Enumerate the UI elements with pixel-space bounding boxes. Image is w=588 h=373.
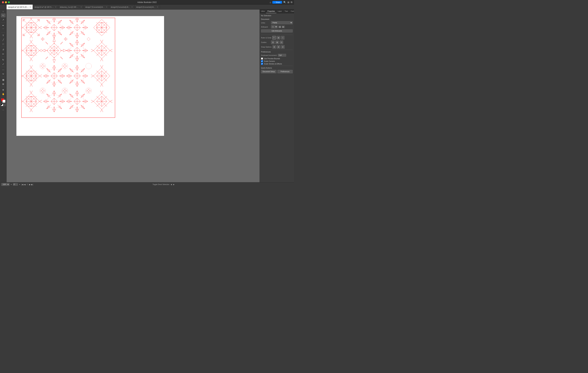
ruler-grids-label: Ruler & Grids [261,37,271,39]
tab-close-icon[interactable]: ✕ [106,6,107,8]
blend2-tool[interactable]: ⊞ [1,82,6,86]
tab-transform[interactable]: Tran [283,10,289,13]
tab-libra[interactable]: Libra [260,10,266,13]
grid-icon-btn[interactable]: ⊞ [277,36,280,40]
default-colors[interactable] [1,104,3,106]
title-bar-actions: ⌂ ↑ Share 🔍 ⊞ ⧉ [270,1,292,4]
tab-close-icon[interactable]: ✕ [81,6,82,8]
document-section-title: Document [261,18,293,20]
grid-view-icon[interactable]: ⊞ [287,1,289,4]
rectangle-tool[interactable]: □ [1,42,6,46]
guides-show-btn[interactable]: ⊟ [271,41,275,44]
snap-point-btn[interactable]: ⊕ [273,45,276,49]
search-icon[interactable]: 🔍 [283,1,286,4]
direct-selection-tool[interactable]: ↗ [1,18,6,22]
gradient-tool[interactable]: ▦ [1,78,6,82]
more-tools[interactable]: ··· [1,108,6,112]
line-tool[interactable]: ╱ [1,38,6,42]
tab-label: design9 [Converted].AI* @ 50 % (RGB... [136,6,156,8]
rotate-dropdown-arrow: ▾ [19,184,20,185]
tab-layer[interactable]: Layer [276,10,283,13]
snap-grid-icon: ⊗ [278,46,279,48]
pen-tool[interactable]: ✒ [1,23,6,27]
tab-component[interactable]: Com [289,10,294,13]
guides-show-icon: ⊟ [272,41,274,43]
toggle-tool-label: Toggle Direct Selection [153,184,169,185]
document-setup-button[interactable]: Document Setup [261,70,276,73]
pencil-tool[interactable]: ✏ [1,52,6,56]
guides-icons: ⊟ ⊠ ⊡ [271,41,283,44]
app-title: Adobe Illustrator 2022 [137,1,157,3]
snap-grid-btn[interactable]: ⊗ [277,45,280,49]
type-tool[interactable]: T [1,33,6,37]
panel-tabs: Libra Properties Layer Tran Com [260,10,294,13]
zoom-select[interactable]: 100% 50% 200% [1,183,10,186]
snap-options-label: Snap Options [261,46,272,48]
artboard-prev-bottom-button[interactable]: ◀ [24,183,25,186]
toggle-tool-arrow-right[interactable]: ▶ [173,184,175,185]
minimize-button[interactable] [5,1,7,3]
artboard-next-button[interactable]: ▶ [282,26,285,28]
hand-tool[interactable]: ✋ [1,92,6,96]
window-icon[interactable]: ⧉ [291,1,292,4]
rotate-input[interactable] [13,183,18,186]
rotate-tool[interactable]: ↻ [1,58,6,62]
paintbrush-tool[interactable]: 𝓑 [1,48,6,52]
tab-design6[interactable]: design6.ai* @ 100 % (RGB/Preview) ✕ [7,5,33,10]
tab-design7[interactable]: design7 [Converted].AI @ 50 % (RGB/... ✕ [84,5,109,10]
snap-pixel-icon: ⊘ [282,46,284,48]
curvature-tool[interactable]: ⌒ [1,28,6,32]
units-select[interactable]: Points Pixels Inches Millimeters [271,21,293,24]
zoom-tool[interactable]: ⊕ [1,88,6,92]
guides-lock-btn[interactable]: ⊠ [275,41,279,44]
background-color[interactable] [2,100,5,103]
tab-design10[interactable]: design10.ai* @ 100 % (RGB/Previe... ✕ [33,5,58,10]
canvas-area[interactable] [7,10,260,182]
scale-strokes-checkbox[interactable] [261,63,263,65]
tab-close-icon[interactable]: ✕ [55,6,56,8]
tab-delauney[interactable]: delauney_2.ai @ 100 % (RGB/Previe... ✕ [58,5,84,10]
selection-tool[interactable]: ↖ [1,13,6,17]
close-button[interactable] [2,1,4,3]
preferences-button[interactable]: Preferences [277,70,293,73]
snap-pixel-btn[interactable]: ⊘ [281,45,285,49]
eyedropper-tool[interactable]: 🖘 [1,72,6,76]
artboard-select[interactable]: 1 [271,25,278,28]
toggle-tool-arrow-left[interactable]: ◀ [171,184,172,185]
tab-close-icon[interactable]: ✕ [131,6,133,8]
guides-clear-btn[interactable]: ⊡ [280,41,283,44]
panel-content: No Selection Document Units: Points Pixe… [260,13,294,182]
tab-label: delauney_2.ai @ 100 % (RGB/Previe... [60,6,80,8]
perspective-icon-btn[interactable]: ⌇ [281,36,284,40]
artboard-nav-right: ▶ ▶| [29,183,33,186]
tab-label: design8 [Converted].AI @ 50 % (RGB/... [111,6,130,8]
artboard-next-bottom-button[interactable]: ▶ [29,183,31,186]
tab-close-icon[interactable]: ✕ [30,6,31,8]
tab-close-icon[interactable]: ✕ [157,6,158,8]
keyboard-increment-label: Keyboard Increment: [261,54,277,56]
keyboard-increment-input[interactable] [278,54,286,57]
edit-artboards-button[interactable]: Edit Artboards [261,29,293,32]
tab-properties[interactable]: Properties [266,10,276,13]
ruler-icon-btn[interactable]: ⊢ [272,36,276,40]
artboard-last-button[interactable]: ▶| [31,183,33,186]
artboard-first-button[interactable]: |◀ [21,183,23,186]
scale-tool[interactable]: ⤢ [1,62,6,66]
use-preview-bounds-checkbox[interactable] [261,58,263,60]
snap-options-row: Snap Options ⊕ ⊗ ⊘ [261,45,293,49]
swap-colors[interactable]: ⇄ [3,104,6,106]
snap-point-icon: ⊕ [273,46,275,48]
tab-design9[interactable]: design9 [Converted].AI* @ 50 % (RGB... ✕ [135,5,160,10]
tab-design8[interactable]: design8 [Converted].AI @ 50 % (RGB/... ✕ [109,5,135,10]
artboard-prev-button[interactable]: ◀ [278,26,281,28]
home-icon[interactable]: ⌂ [270,1,271,4]
tab-label: design7 [Converted].AI @ 50 % (RGB/... [85,6,105,8]
artboard-label: Artboard: [261,26,270,28]
maximize-button[interactable] [8,1,10,3]
snap-icons: ⊕ ⊗ ⊘ [273,45,285,49]
guides-label: Guides [261,41,270,43]
share-button[interactable]: ↑ Share [272,1,282,4]
ruler-grids-row: Ruler & Grids ⊢ ⊞ ⌇ [261,36,293,40]
scale-corners-checkbox[interactable] [261,60,263,62]
blend-tool[interactable]: ⋯ [1,68,6,72]
